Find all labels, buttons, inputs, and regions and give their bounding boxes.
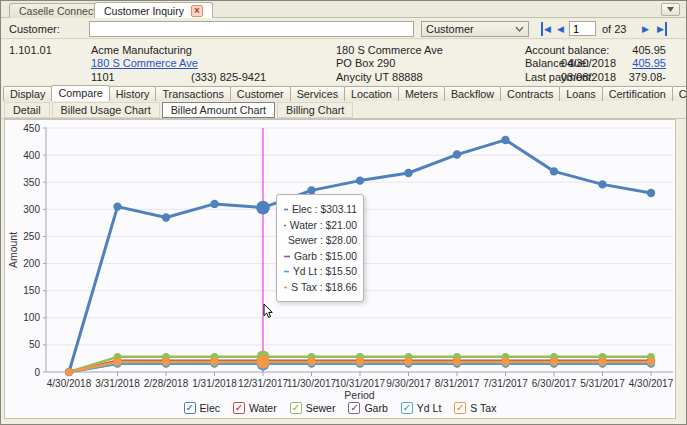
legend-label: Garb	[364, 402, 387, 414]
record-number-input[interactable]	[569, 21, 596, 36]
customer-search-input[interactable]	[89, 21, 414, 37]
unit-number: 1101	[91, 71, 115, 83]
account-balance-label: Account balance:	[525, 44, 609, 56]
legend-label: S Tax	[470, 402, 496, 414]
tooltip-text: Yd Lt : $15.50	[293, 266, 357, 277]
tab-contracts[interactable]: Contracts	[500, 86, 560, 101]
tab-location[interactable]: Location	[344, 86, 399, 101]
last-payment-value: 379.08-	[629, 71, 666, 83]
y-axis-label: Amount	[7, 232, 19, 268]
nav-last-button[interactable]: ▶	[657, 22, 667, 36]
svg-text:10/31/2017: 10/31/2017	[335, 378, 385, 389]
legend-checkbox-elec[interactable]: ✓	[184, 402, 196, 414]
tab-meters[interactable]: Meters	[398, 86, 445, 101]
svg-text:400: 400	[23, 150, 40, 161]
tab-overflow-button[interactable]	[661, 3, 680, 16]
nav-prev-button[interactable]: ◀	[557, 22, 564, 36]
tooltip-row-sewer: Sewer : $28.00	[284, 233, 357, 249]
mouse-cursor-icon	[264, 304, 272, 317]
legend-checkbox-garb[interactable]: ✓	[348, 402, 360, 414]
svg-text:100: 100	[23, 312, 40, 323]
tab-backflow[interactable]: Backflow	[444, 86, 501, 101]
tab-loans[interactable]: Loans	[559, 86, 602, 101]
chevron-down-icon	[667, 7, 674, 12]
balance-due-value[interactable]: 405.95	[632, 57, 666, 69]
tooltip-row-s-tax: S Tax : $18.66	[284, 280, 357, 296]
customer-inquiry-window: Caselle Connect® Customer Inquiry × Cust…	[0, 0, 687, 425]
subtab-billed-amount-chart[interactable]: Billed Amount Chart	[162, 102, 275, 118]
tab-caselle-connect-label: Caselle Connect®	[19, 5, 104, 17]
svg-text:4/30/2018: 4/30/2018	[47, 378, 92, 389]
svg-text:6/30/2017: 6/30/2017	[532, 378, 577, 389]
svg-text:150: 150	[23, 285, 40, 296]
tab-history[interactable]: History	[109, 86, 157, 101]
account-balance-value: 405.95	[632, 44, 666, 56]
tooltip-row-elec: Elec : $303.11	[284, 202, 357, 218]
svg-text:250: 250	[23, 231, 40, 242]
legend-item-elec: ✓Elec	[184, 402, 220, 414]
tab-compare[interactable]: Compare	[51, 85, 109, 101]
legend-item-garb: ✓Garb	[348, 402, 387, 414]
svg-text:1/31/2018: 1/31/2018	[192, 378, 237, 389]
svg-text:450: 450	[23, 123, 40, 134]
nav-next-button[interactable]: ▶	[642, 22, 649, 36]
tab-certification[interactable]: Certification	[602, 86, 673, 101]
svg-text:4/30/2017: 4/30/2017	[629, 378, 674, 389]
account-number: 1.101.01	[9, 44, 52, 56]
app-tabbar: Caselle Connect® Customer Inquiry ×	[1, 1, 686, 18]
mail-address-line2: PO Box 290	[336, 57, 395, 69]
chart-tooltip: Elec : $303.11Water : $21.00Sewer : $28.…	[276, 194, 364, 302]
legend-checkbox-yd-lt[interactable]: ✓	[401, 402, 413, 414]
record-count-label: of 23	[602, 23, 626, 35]
legend-label: Elec	[200, 402, 220, 414]
search-toolbar: Customer: Customer ◀ ◀ of 23 ▶ ▶	[1, 19, 686, 39]
tab-services[interactable]: Services	[290, 86, 345, 101]
legend-item-water: ✓Water	[233, 402, 277, 414]
search-mode-select[interactable]: Customer	[421, 21, 529, 37]
subtab-detail[interactable]: Detail	[4, 102, 50, 118]
tab-customer-inquiry[interactable]: Customer Inquiry ×	[94, 2, 213, 18]
svg-text:300: 300	[23, 204, 40, 215]
svg-text:9/30/2017: 9/30/2017	[386, 378, 431, 389]
svg-text:350: 350	[23, 177, 40, 188]
tab-transactions[interactable]: Transactions	[155, 86, 230, 101]
tooltip-text: Sewer : $28.00	[288, 235, 357, 246]
customer-label: Customer:	[9, 23, 60, 35]
s-tax-marker-icon	[284, 283, 287, 292]
subtab-billed-usage-chart[interactable]: Billed Usage Chart	[52, 102, 160, 118]
mail-address-line1: 180 S Commerce Ave	[336, 44, 443, 56]
mail-address-line3: Anycity UT 88888	[336, 71, 423, 83]
legend-checkbox-s-tax[interactable]: ✓	[454, 402, 466, 414]
svg-text:11/30/2017: 11/30/2017	[287, 378, 337, 389]
billed-amount-chart-panel: 0501001502002503003504004504/30/20183/31…	[4, 119, 676, 419]
close-icon[interactable]: ×	[191, 5, 203, 17]
balance-due-date: 04/30/2018	[561, 57, 616, 69]
tooltip-text: Water : $21.00	[290, 220, 357, 231]
tooltip-text: S Tax : $18.66	[291, 282, 357, 293]
tab-display[interactable]: Display	[3, 86, 52, 101]
tab-customer-inquiry-label: Customer Inquiry	[104, 5, 184, 17]
legend-checkbox-sewer[interactable]: ✓	[290, 402, 302, 414]
svg-text:2/28/2018: 2/28/2018	[144, 378, 189, 389]
last-payment-date: 03/08/2018	[561, 71, 616, 83]
tab-customer[interactable]: Customer	[230, 86, 291, 101]
address-link[interactable]: 180 S Commerce Ave	[91, 57, 198, 69]
garb-marker-icon	[284, 252, 290, 261]
tooltip-row-water: Water : $21.00	[284, 218, 357, 234]
tooltip-row-garb: Garb : $15.00	[284, 249, 357, 265]
svg-text:8/31/2017: 8/31/2017	[435, 378, 480, 389]
phone-number: (333) 825-9421	[191, 71, 266, 83]
nav-first-button[interactable]: ◀	[541, 22, 551, 36]
legend-item-sewer: ✓Sewer	[290, 402, 336, 414]
yd-lt-marker-icon	[284, 267, 289, 276]
svg-text:7/31/2017: 7/31/2017	[483, 378, 528, 389]
customer-name: Acme Manufacturing	[91, 44, 192, 56]
tooltip-text: Garb : $15.00	[294, 251, 357, 262]
subtab-billing-chart[interactable]: Billing Chart	[277, 102, 353, 118]
customer-info-panel: 1.101.01 Acme Manufacturing 180 S Commer…	[1, 40, 686, 84]
svg-text:3/31/2018: 3/31/2018	[95, 378, 140, 389]
tab-credit-history[interactable]: Credit History	[672, 86, 687, 101]
elec-marker-icon	[284, 205, 288, 214]
legend-checkbox-water[interactable]: ✓	[233, 402, 245, 414]
chart-legend: ✓Elec✓Water✓Sewer✓Garb✓Yd Lt✓S Tax	[5, 402, 675, 414]
